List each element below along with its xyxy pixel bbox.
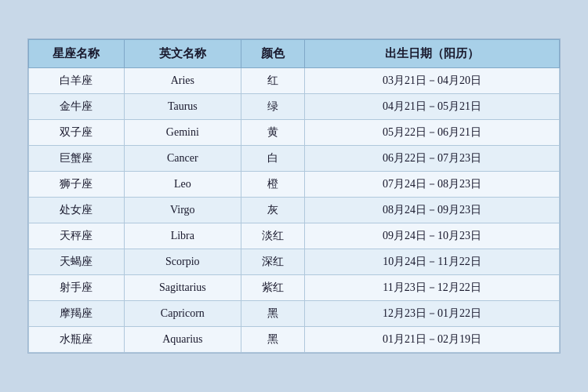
table-row: 处女座Virgo灰08月24日－09月23日 [29, 198, 560, 223]
zodiac-table-container: 星座名称 英文名称 颜色 出生日期（阳历） 白羊座Aries红03月21日－04… [27, 38, 561, 354]
table-row: 天秤座Libra淡红09月24日－10月23日 [29, 223, 560, 249]
cell-zh: 白羊座 [29, 68, 125, 94]
table-row: 摩羯座Capricorn黑12月23日－01月22日 [29, 301, 560, 327]
cell-zh: 天秤座 [29, 223, 125, 249]
cell-date: 05月22日－06月21日 [305, 120, 560, 146]
header-en: 英文名称 [124, 40, 241, 68]
header-zh: 星座名称 [29, 40, 125, 68]
cell-en: Gemini [124, 120, 241, 146]
cell-en: Sagittarius [124, 275, 241, 301]
cell-zh: 射手座 [29, 275, 125, 301]
cell-date: 12月23日－01月22日 [305, 301, 560, 327]
cell-color: 黄 [241, 120, 304, 146]
table-row: 白羊座Aries红03月21日－04月20日 [29, 68, 560, 94]
cell-date: 11月23日－12月22日 [305, 275, 560, 301]
cell-date: 04月21日－05月21日 [305, 94, 560, 120]
table-header-row: 星座名称 英文名称 颜色 出生日期（阳历） [29, 40, 560, 68]
table-row: 射手座Sagittarius紫红11月23日－12月22日 [29, 275, 560, 301]
table-row: 双子座Gemini黄05月22日－06月21日 [29, 120, 560, 146]
table-row: 金牛座Taurus绿04月21日－05月21日 [29, 94, 560, 120]
cell-zh: 处女座 [29, 198, 125, 223]
cell-zh: 双子座 [29, 120, 125, 146]
table-row: 天蝎座Scorpio深红10月24日－11月22日 [29, 249, 560, 275]
cell-en: Scorpio [124, 249, 241, 275]
cell-zh: 摩羯座 [29, 301, 125, 327]
cell-color: 橙 [241, 172, 304, 198]
cell-color: 紫红 [241, 275, 304, 301]
table-body: 白羊座Aries红03月21日－04月20日金牛座Taurus绿04月21日－0… [29, 68, 560, 353]
cell-zh: 天蝎座 [29, 249, 125, 275]
cell-en: Capricorn [124, 301, 241, 327]
header-color: 颜色 [241, 40, 304, 68]
cell-date: 10月24日－11月22日 [305, 249, 560, 275]
cell-color: 黑 [241, 301, 304, 327]
cell-date: 03月21日－04月20日 [305, 68, 560, 94]
cell-date: 09月24日－10月23日 [305, 223, 560, 249]
cell-zh: 巨蟹座 [29, 146, 125, 172]
cell-color: 深红 [241, 249, 304, 275]
cell-en: Aquarius [124, 327, 241, 353]
cell-en: Libra [124, 223, 241, 249]
cell-date: 08月24日－09月23日 [305, 198, 560, 223]
zodiac-table: 星座名称 英文名称 颜色 出生日期（阳历） 白羊座Aries红03月21日－04… [28, 39, 560, 353]
cell-color: 黑 [241, 327, 304, 353]
table-row: 巨蟹座Cancer白06月22日－07月23日 [29, 146, 560, 172]
cell-en: Leo [124, 172, 241, 198]
cell-zh: 金牛座 [29, 94, 125, 120]
cell-en: Taurus [124, 94, 241, 120]
header-date: 出生日期（阳历） [305, 40, 560, 68]
cell-color: 灰 [241, 198, 304, 223]
table-row: 水瓶座Aquarius黑01月21日－02月19日 [29, 327, 560, 353]
cell-en: Cancer [124, 146, 241, 172]
table-row: 狮子座Leo橙07月24日－08月23日 [29, 172, 560, 198]
cell-zh: 狮子座 [29, 172, 125, 198]
cell-date: 01月21日－02月19日 [305, 327, 560, 353]
cell-date: 07月24日－08月23日 [305, 172, 560, 198]
cell-en: Aries [124, 68, 241, 94]
cell-color: 红 [241, 68, 304, 94]
cell-date: 06月22日－07月23日 [305, 146, 560, 172]
cell-color: 绿 [241, 94, 304, 120]
cell-color: 淡红 [241, 223, 304, 249]
cell-color: 白 [241, 146, 304, 172]
cell-zh: 水瓶座 [29, 327, 125, 353]
cell-en: Virgo [124, 198, 241, 223]
